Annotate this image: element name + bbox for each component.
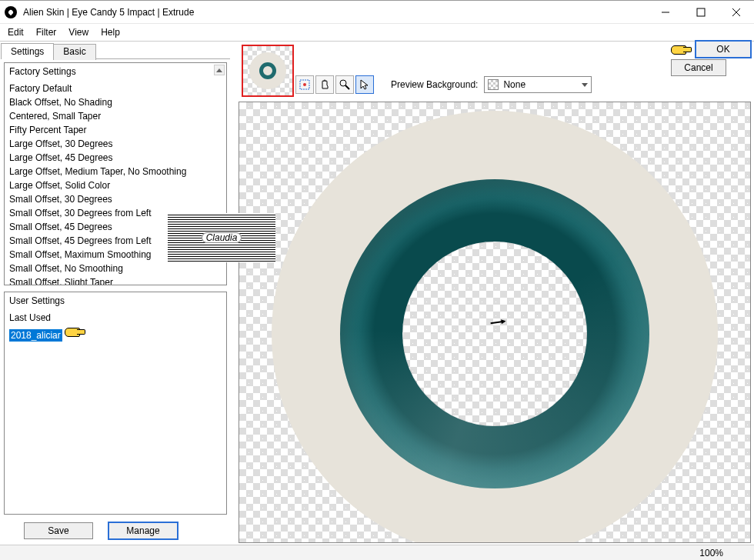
checker-swatch-icon <box>488 79 499 90</box>
list-item[interactable]: Small Offset, No Smoothing <box>9 262 222 275</box>
svg-point-6 <box>340 80 346 86</box>
ok-button[interactable]: OK <box>696 41 751 58</box>
list-item[interactable]: Last Used <box>9 311 222 325</box>
factory-settings-title: Factory Settings <box>9 66 222 77</box>
preview-shape <box>272 111 718 543</box>
statusbar: 100% <box>0 545 754 560</box>
pointer-tool-icon[interactable] <box>355 75 374 94</box>
right-panel: OK Cancel Preview Background: None <box>231 42 754 545</box>
list-item[interactable]: Fifty Percent Taper <box>9 123 222 137</box>
toolbar: Preview Background: None <box>231 75 754 94</box>
tab-settings[interactable]: Settings <box>1 43 54 59</box>
save-button[interactable]: Save <box>24 522 93 539</box>
zoom-tool-icon[interactable] <box>335 75 354 94</box>
list-item[interactable]: Small Offset, Slight Taper <box>9 275 222 285</box>
svg-line-7 <box>345 85 349 89</box>
menu-edit[interactable]: Edit <box>8 27 24 38</box>
menubar: Edit Filter View Help <box>0 24 754 41</box>
scroll-up-icon[interactable] <box>214 65 225 75</box>
menu-filter[interactable]: Filter <box>36 27 57 38</box>
preview-bg-label: Preview Background: <box>391 79 478 90</box>
left-panel: Settings Basic Factory Settings Factory … <box>0 42 231 545</box>
preview-bg-select[interactable]: None <box>484 76 592 93</box>
maximize-button[interactable] <box>683 1 719 23</box>
marquee-tool-icon[interactable] <box>295 75 314 94</box>
preview-thumbnail[interactable] <box>242 45 294 97</box>
bottom-buttons: Save Manage <box>1 518 230 544</box>
hand-tool-icon[interactable] <box>315 75 334 94</box>
menu-view[interactable]: View <box>68 27 88 38</box>
zoom-level: 100% <box>699 548 723 558</box>
list-item[interactable]: Large Offset, 45 Degrees <box>9 151 222 165</box>
preview-bg-value: None <box>503 79 525 90</box>
list-item-selected[interactable]: 2018_aliciar <box>9 329 62 342</box>
app-icon <box>5 6 17 18</box>
svg-rect-1 <box>697 8 705 16</box>
window-title: Alien Skin | Eye Candy 5 Impact | Extrud… <box>23 7 648 18</box>
list-item[interactable]: Factory Default <box>9 82 222 95</box>
list-item[interactable]: Centered, Small Taper <box>9 109 222 123</box>
svg-point-5 <box>303 83 306 86</box>
preview-canvas[interactable] <box>239 102 751 543</box>
titlebar: Alien Skin | Eye Candy 5 Impact | Extrud… <box>0 1 754 24</box>
list-item[interactable]: Large Offset, 30 Degrees <box>9 137 222 151</box>
pointer-hand-icon <box>65 325 86 338</box>
watermark: Claudia <box>168 213 275 262</box>
list-item[interactable]: Large Offset, Medium Taper, No Smoothing <box>9 165 222 178</box>
menu-help[interactable]: Help <box>101 27 120 38</box>
list-item[interactable]: Large Offset, Solid Color <box>9 178 222 192</box>
manage-button[interactable]: Manage <box>108 522 178 539</box>
tabs: Settings Basic <box>1 42 230 59</box>
user-settings-list[interactable]: User Settings Last Used 2018_aliciar <box>4 292 227 515</box>
user-settings-title: User Settings <box>9 295 222 306</box>
list-item[interactable]: Black Offset, No Shading <box>9 95 222 109</box>
list-item[interactable]: Small Offset, 30 Degrees <box>9 192 222 206</box>
tab-basic[interactable]: Basic <box>53 44 95 60</box>
cancel-button[interactable]: Cancel <box>671 59 726 76</box>
close-button[interactable] <box>719 1 754 23</box>
pointer-hand-icon <box>671 42 692 56</box>
minimize-button[interactable] <box>648 1 683 23</box>
